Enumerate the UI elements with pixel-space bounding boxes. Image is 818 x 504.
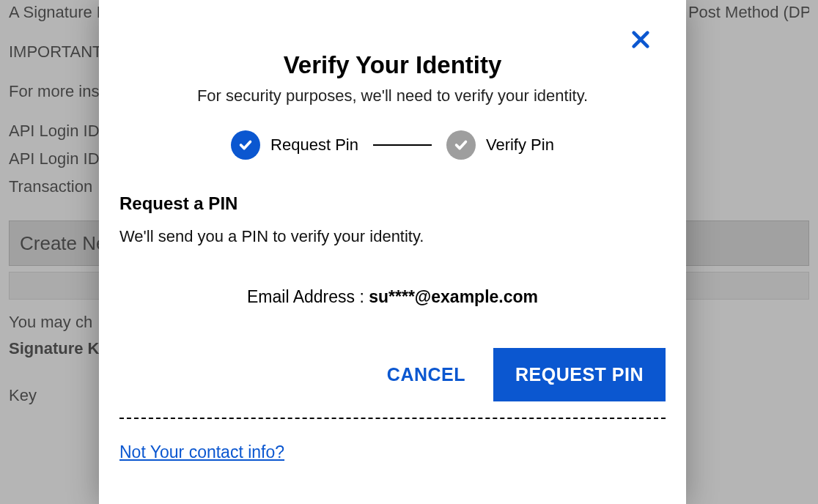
section-title: Request a PIN [119,193,666,214]
section-text: We'll send you a PIN to verify your iden… [119,227,666,246]
modal-title: Verify Your Identity [119,51,666,79]
step-label: Verify Pin [486,136,554,155]
email-label: Email Address : [247,287,369,306]
modal-subtitle: For security purposes, we'll need to ver… [119,86,666,105]
email-row: Email Address : su****@example.com [119,287,666,307]
cancel-button[interactable]: CANCEL [387,364,465,385]
close-icon [630,29,651,50]
step-request-pin: Request Pin [231,130,358,160]
step-circle-active [231,130,260,160]
request-pin-button[interactable]: REQUEST PIN [493,348,666,401]
modal-body: Request a PIN We'll send you a PIN to ve… [119,193,666,462]
check-icon [237,137,254,153]
divider [119,418,666,419]
step-label: Request Pin [270,136,358,155]
step-verify-pin: Verify Pin [446,130,554,160]
not-your-contact-link[interactable]: Not Your contact info? [119,442,284,462]
step-connector [373,144,432,146]
step-circle-inactive [446,130,476,160]
modal-actions: CANCEL REQUEST PIN [119,348,666,401]
close-button[interactable] [627,26,654,53]
stepper: Request Pin Verify Pin [119,130,666,160]
check-icon [453,137,469,153]
email-value: su****@example.com [369,287,538,306]
verify-identity-modal: Verify Your Identity For security purpos… [99,0,686,504]
